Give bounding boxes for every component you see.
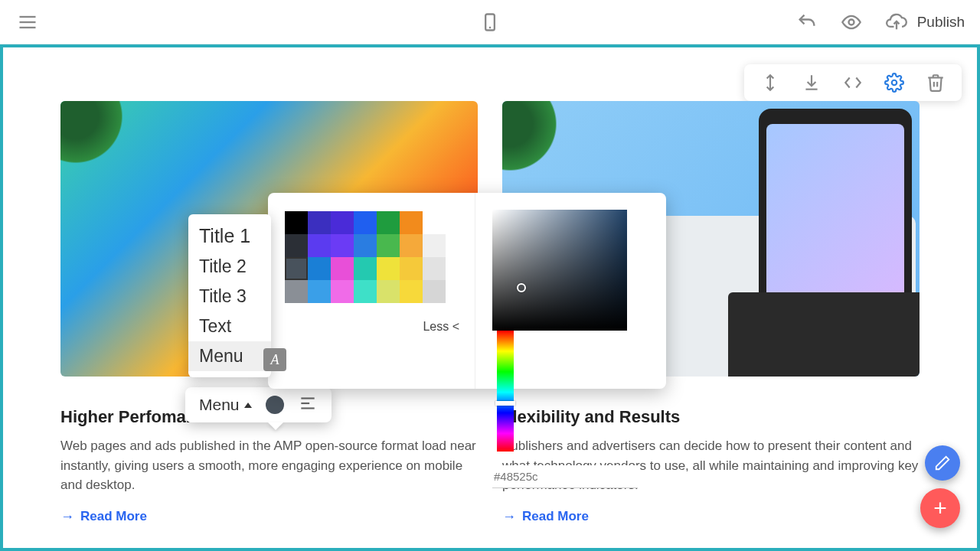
color-swatch[interactable]	[285, 280, 308, 303]
text-color-swatch[interactable]	[266, 396, 284, 414]
publish-button[interactable]: Publish	[884, 11, 965, 33]
text-align-button[interactable]	[298, 393, 318, 416]
mobile-preview-icon[interactable]	[478, 10, 502, 34]
move-block-button[interactable]	[760, 72, 781, 93]
color-swatch[interactable]	[423, 280, 446, 303]
color-swatch[interactable]	[285, 257, 308, 280]
text-style-dropdown: Title 1 Title 2 Title 3 Text Menu A	[188, 214, 271, 377]
publish-label: Publish	[917, 14, 965, 31]
collapse-palette-link[interactable]: Less <	[423, 320, 459, 334]
add-block-fab[interactable]: +	[920, 488, 960, 528]
color-swatch[interactable]	[331, 257, 354, 280]
color-swatch[interactable]	[400, 280, 423, 303]
color-swatch[interactable]	[308, 257, 331, 280]
plus-icon: +	[933, 495, 947, 521]
pencil-icon	[934, 455, 951, 471]
code-block-button[interactable]	[842, 72, 864, 93]
read-more-link[interactable]: → Read More	[502, 509, 920, 525]
edit-fab[interactable]	[925, 445, 960, 481]
section-toolbar	[744, 64, 962, 101]
color-swatch[interactable]	[377, 234, 400, 257]
editor-canvas: Higher Perfomance Web pages and ads publ…	[0, 44, 980, 551]
preview-eye-icon[interactable]	[839, 10, 864, 34]
color-swatch[interactable]	[400, 234, 423, 257]
text-format-toolbar: Menu	[185, 387, 332, 422]
svg-point-7	[892, 80, 897, 86]
color-swatch[interactable]	[285, 211, 308, 234]
color-swatch[interactable]	[377, 280, 400, 303]
svg-point-5	[848, 19, 854, 24]
color-swatch[interactable]	[308, 234, 331, 257]
cloud-upload-icon	[884, 11, 910, 33]
top-toolbar: Publish	[0, 0, 980, 44]
style-option-menu[interactable]: Menu	[188, 341, 271, 371]
color-swatch[interactable]	[400, 257, 423, 280]
color-swatch[interactable]	[354, 211, 377, 234]
font-style-badge-icon[interactable]: A	[263, 348, 286, 371]
color-swatch[interactable]	[423, 211, 446, 234]
hue-slider[interactable]	[497, 331, 514, 452]
arrow-right-icon: →	[502, 509, 516, 525]
swatch-grid	[285, 211, 459, 303]
color-swatch[interactable]	[285, 234, 308, 257]
hex-input[interactable]	[492, 465, 638, 488]
color-picker-popover: Less <	[268, 193, 666, 389]
delete-block-button[interactable]	[925, 72, 946, 93]
color-swatch[interactable]	[423, 257, 446, 280]
color-swatch[interactable]	[331, 234, 354, 257]
color-swatch[interactable]	[354, 280, 377, 303]
color-swatch[interactable]	[331, 280, 354, 303]
read-more-label: Read More	[80, 509, 147, 524]
text-style-select[interactable]: Menu	[199, 396, 252, 414]
arrow-right-icon: →	[60, 509, 74, 525]
caret-up-icon	[244, 403, 252, 408]
color-swatch[interactable]	[377, 257, 400, 280]
style-option-title2[interactable]: Title 2	[188, 252, 271, 282]
read-more-label: Read More	[522, 509, 589, 524]
undo-icon[interactable]	[795, 10, 819, 34]
color-swatch[interactable]	[377, 211, 400, 234]
hamburger-menu-icon[interactable]	[15, 10, 40, 34]
hue-handle[interactable]	[495, 401, 515, 406]
style-option-text[interactable]: Text	[188, 311, 271, 341]
saturation-value-area[interactable]	[492, 210, 627, 331]
card-body: Web pages and ads published in the AMP o…	[60, 436, 478, 495]
color-swatch[interactable]	[400, 211, 423, 234]
style-option-title1[interactable]: Title 1	[188, 220, 271, 252]
color-swatch[interactable]	[354, 257, 377, 280]
color-swatch[interactable]	[331, 211, 354, 234]
color-swatch[interactable]	[423, 234, 446, 257]
style-option-title3[interactable]: Title 3	[188, 282, 271, 311]
read-more-link[interactable]: → Read More	[60, 509, 478, 525]
card-title: Flexibility and Results	[502, 407, 920, 427]
text-style-label: Menu	[199, 396, 240, 414]
color-swatch[interactable]	[308, 211, 331, 234]
color-swatch[interactable]	[354, 234, 377, 257]
settings-block-button[interactable]	[884, 72, 905, 93]
sv-handle[interactable]	[517, 283, 526, 292]
download-block-button[interactable]	[801, 72, 822, 93]
color-swatch[interactable]	[308, 280, 331, 303]
